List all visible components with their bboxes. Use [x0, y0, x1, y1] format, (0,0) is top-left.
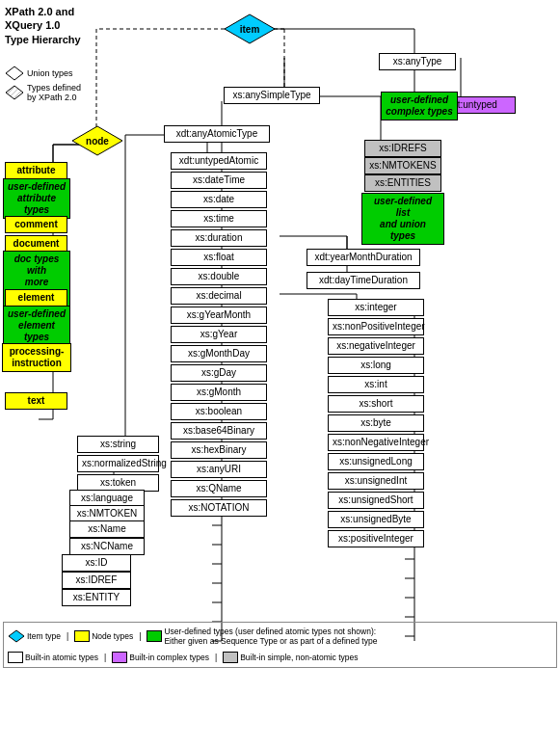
svg-marker-102: [9, 630, 24, 642]
time-node: xs:time: [171, 210, 267, 227]
normalizedstring-node: xs:normalizedString: [77, 455, 159, 472]
decimal-node: xs:decimal: [171, 287, 267, 305]
string-node: xs:string: [77, 436, 159, 453]
attribute-node: attribute: [5, 162, 67, 179]
comment-node: comment: [5, 216, 67, 233]
unsignedshort-node: xs:unsignedShort: [328, 492, 424, 509]
duration-node: xs:duration: [171, 229, 267, 247]
integer-node: xs:integer: [328, 299, 424, 316]
user-defined-attribute-node: user-definedattribute types: [3, 178, 70, 219]
user-defined-list-node: user-defined listand union types: [361, 193, 444, 245]
svg-text:node: node: [86, 136, 109, 147]
anytype-node: xs:anyType: [379, 53, 456, 70]
int-node: xs:int: [328, 376, 424, 393]
ncname-node: xs:NCName: [69, 538, 145, 555]
untypedatomic-node: xdt:untypedAtomic: [171, 152, 267, 170]
positiveinteger-node: xs:positiveInteger: [328, 530, 424, 547]
boolean-node: xs:boolean: [171, 403, 267, 420]
svg-marker-0: [6, 67, 23, 80]
daytime-duration-node: xdt:dayTimeDuration: [307, 272, 420, 289]
entities-node: xs:ENTITIES: [364, 174, 441, 192]
diagram-container: XPath 2.0 andXQuery 1.0Type Hierarchy Un…: [0, 0, 560, 15]
unsignedint-node: xs:unsignedInt: [328, 472, 424, 490]
svg-marker-2: [6, 86, 23, 99]
gday-node: xs:gDay: [171, 364, 267, 382]
base64binary-node: xs:base64Binary: [171, 422, 267, 440]
node-node: node: [71, 125, 123, 158]
double-node: xs:double: [171, 268, 267, 285]
element-node: element: [5, 289, 67, 307]
name-node: xs:Name: [69, 520, 145, 538]
qname-node: xs:QName: [171, 480, 267, 497]
notation-node: xs:NOTATION: [171, 499, 267, 517]
anysimpletype-node: xs:anySimpleType: [224, 87, 320, 104]
item-node: item: [224, 13, 276, 46]
idref-node: xs:IDREF: [62, 572, 131, 589]
byte-node: xs:byte: [328, 414, 424, 432]
anyatomictype-node: xdt:anyAtomicType: [164, 125, 270, 143]
entity-node: xs:ENTITY: [62, 589, 131, 606]
idrefs-node: xs:IDREFS: [364, 140, 441, 157]
negative-node: xs:negativeInteger: [328, 337, 424, 355]
legend: Item type | Node types | User-defined ty…: [3, 622, 557, 668]
unsignedbyte-node: xs:unsignedByte: [328, 511, 424, 528]
user-defined-complex-node: user-definedcomplex types: [381, 92, 458, 120]
date-node: xs:date: [171, 191, 267, 208]
processing-instruction-node: processing-instruction: [2, 343, 71, 372]
legend-union: Union types Types definedby XPath 2.0: [5, 66, 81, 102]
hexbinary-node: xs:hexBinary: [171, 441, 267, 459]
datetime-node: xs:dateTime: [171, 172, 267, 189]
float-node: xs:float: [171, 249, 267, 266]
gmonthday-node: xs:gMonthDay: [171, 345, 267, 362]
yearmonth-duration-node: xdt:yearMonthDuration: [307, 249, 420, 266]
nmtokens-node: xs:NMTOKENS: [364, 157, 441, 174]
long-node: xs:long: [328, 357, 424, 374]
nonnegative-node: xs:nonNegativeInteger: [328, 434, 424, 451]
unsignedlong-node: xs:unsignedLong: [328, 453, 424, 470]
nonpositive-node: xs:nonPositiveInteger: [328, 318, 424, 335]
id-node: xs:ID: [62, 554, 131, 572]
svg-text:item: item: [240, 24, 260, 35]
text-node: text: [5, 392, 67, 410]
gyear-node: xs:gYear: [171, 326, 267, 343]
gyearmonth-node: xs:gYearMonth: [171, 307, 267, 324]
user-defined-element-node: user-definedelement types: [3, 306, 70, 346]
short-node: xs:short: [328, 395, 424, 413]
anyuri-node: xs:anyURI: [171, 461, 267, 478]
gmonth-node: xs:gMonth: [171, 384, 267, 401]
diagram-title: XPath 2.0 andXQuery 1.0Type Hierarchy: [5, 5, 111, 46]
